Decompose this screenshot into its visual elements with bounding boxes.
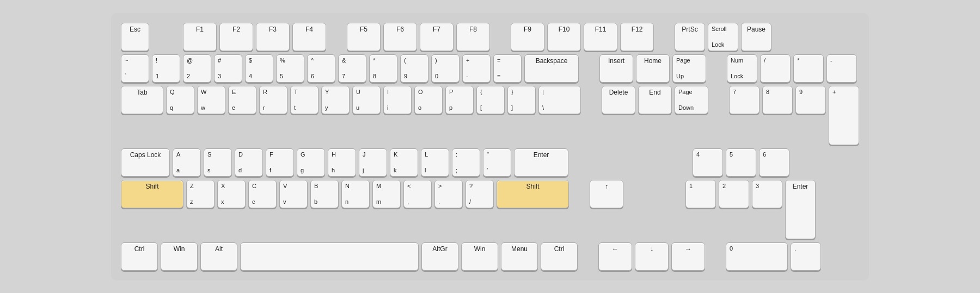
key-f5[interactable]: F5 (347, 23, 381, 51)
key-y[interactable]: Y y (321, 86, 350, 114)
key-l[interactable]: L l (421, 148, 449, 177)
key-n[interactable]: N n (341, 180, 370, 208)
key-prtsc[interactable]: PrtSc (675, 23, 705, 51)
key-e[interactable]: E e (228, 86, 256, 114)
key-arrowup[interactable]: ↑ (590, 180, 623, 208)
key-rbracket[interactable]: } ] (507, 86, 536, 114)
key-k[interactable]: K k (390, 148, 418, 177)
key-4[interactable]: $ 4 (245, 54, 273, 83)
key-f2[interactable]: F2 (219, 23, 253, 51)
key-s[interactable]: S s (204, 148, 232, 177)
key-backspace[interactable]: Backspace (524, 54, 579, 83)
key-u[interactable]: U u (352, 86, 381, 114)
key-a[interactable]: A a (173, 148, 201, 177)
key-num6[interactable]: 6 (759, 148, 789, 177)
key-lwin[interactable]: Win (161, 242, 198, 271)
key-num3[interactable]: 3 (752, 180, 782, 208)
key-delete[interactable]: Delete (602, 86, 635, 114)
key-f12[interactable]: F12 (620, 23, 654, 51)
key-b[interactable]: B b (310, 180, 339, 208)
key-num1[interactable]: 1 (685, 180, 716, 208)
key-num7[interactable]: 7 (729, 86, 759, 114)
key-semicolon[interactable]: : ; (452, 148, 480, 177)
key-capslock[interactable]: Caps Lock (121, 148, 170, 177)
key-lshift[interactable]: Shift (121, 180, 183, 208)
key-period[interactable]: > . (434, 180, 463, 208)
key-m[interactable]: M m (372, 180, 401, 208)
key-g[interactable]: G g (297, 148, 325, 177)
key-p[interactable]: P p (445, 86, 474, 114)
key-f7[interactable]: F7 (420, 23, 454, 51)
key-numlock[interactable]: Num Lock (727, 54, 757, 83)
key-num8[interactable]: 8 (762, 86, 793, 114)
key-num9[interactable]: 9 (795, 86, 826, 114)
key-8[interactable]: * 8 (369, 54, 397, 83)
key-f9[interactable]: F9 (511, 23, 544, 51)
key-7[interactable]: & 7 (338, 54, 366, 83)
key-grave[interactable]: ~ ` (121, 54, 149, 83)
key-numdot[interactable]: . (791, 242, 821, 271)
key-2[interactable]: @ 2 (183, 54, 211, 83)
key-pageup[interactable]: Page Up (672, 54, 706, 83)
key-9[interactable]: ( 9 (400, 54, 428, 83)
key-r[interactable]: R r (259, 86, 287, 114)
key-rshift[interactable]: Shift (497, 180, 569, 208)
key-pause[interactable]: Pause (741, 23, 771, 51)
key-numstar[interactable]: * (793, 54, 824, 83)
key-3[interactable]: # 3 (214, 54, 242, 83)
key-f8[interactable]: F8 (456, 23, 490, 51)
key-v[interactable]: V v (279, 180, 308, 208)
key-w[interactable]: W w (197, 86, 225, 114)
key-tab[interactable]: Tab (121, 86, 163, 114)
key-x[interactable]: X x (217, 180, 246, 208)
key-q[interactable]: Q q (166, 86, 194, 114)
key-arrowdown[interactable]: ↓ (635, 242, 669, 271)
key-slash[interactable]: ? / (465, 180, 494, 208)
key-backslash[interactable]: | \ (538, 86, 581, 114)
key-h[interactable]: H h (328, 148, 356, 177)
key-f3[interactable]: F3 (256, 23, 290, 51)
key-equal[interactable]: = = (493, 54, 522, 83)
key-0[interactable]: ) 0 (431, 54, 460, 83)
key-esc[interactable]: Esc (121, 23, 149, 51)
key-c[interactable]: C c (248, 180, 277, 208)
key-f11[interactable]: F11 (584, 23, 617, 51)
key-rctrl[interactable]: Ctrl (541, 242, 578, 271)
key-rwin[interactable]: Win (461, 242, 498, 271)
key-menu[interactable]: Menu (501, 242, 538, 271)
key-home[interactable]: Home (636, 54, 670, 83)
key-d[interactable]: D d (235, 148, 263, 177)
key-minus[interactable]: + - (462, 54, 491, 83)
key-o[interactable]: O o (414, 86, 443, 114)
key-arrowleft[interactable]: ← (598, 242, 632, 271)
key-f4[interactable]: F4 (292, 23, 326, 51)
key-t[interactable]: T t (290, 86, 318, 114)
key-f10[interactable]: F10 (547, 23, 581, 51)
key-quote[interactable]: " ' (483, 148, 511, 177)
key-z[interactable]: Z z (186, 180, 215, 208)
key-num4[interactable]: 4 (693, 148, 723, 177)
key-numminus[interactable]: - (826, 54, 857, 83)
key-num2[interactable]: 2 (719, 180, 749, 208)
key-num0[interactable]: 0 (726, 242, 788, 271)
key-num5[interactable]: 5 (726, 148, 756, 177)
key-lctrl[interactable]: Ctrl (121, 242, 158, 271)
key-numslash[interactable]: / (760, 54, 791, 83)
key-insert[interactable]: Insert (599, 54, 633, 83)
key-f1[interactable]: F1 (183, 23, 217, 51)
key-enter[interactable]: Enter (514, 148, 568, 177)
key-lalt[interactable]: Alt (200, 242, 237, 271)
key-i[interactable]: I i (383, 86, 412, 114)
key-scrolllock[interactable]: Scroll Lock (708, 23, 738, 51)
key-j[interactable]: J j (359, 148, 387, 177)
key-end[interactable]: End (638, 86, 672, 114)
key-arrowright[interactable]: → (671, 242, 705, 271)
key-altgr[interactable]: AltGr (421, 242, 458, 271)
key-lbracket[interactable]: { [ (476, 86, 505, 114)
key-numplus[interactable]: + (829, 86, 859, 145)
key-5[interactable]: % 5 (276, 54, 304, 83)
key-space[interactable] (240, 242, 419, 271)
key-comma[interactable]: < , (403, 180, 432, 208)
key-f6[interactable]: F6 (383, 23, 417, 51)
key-pagedown[interactable]: Page Down (675, 86, 708, 114)
